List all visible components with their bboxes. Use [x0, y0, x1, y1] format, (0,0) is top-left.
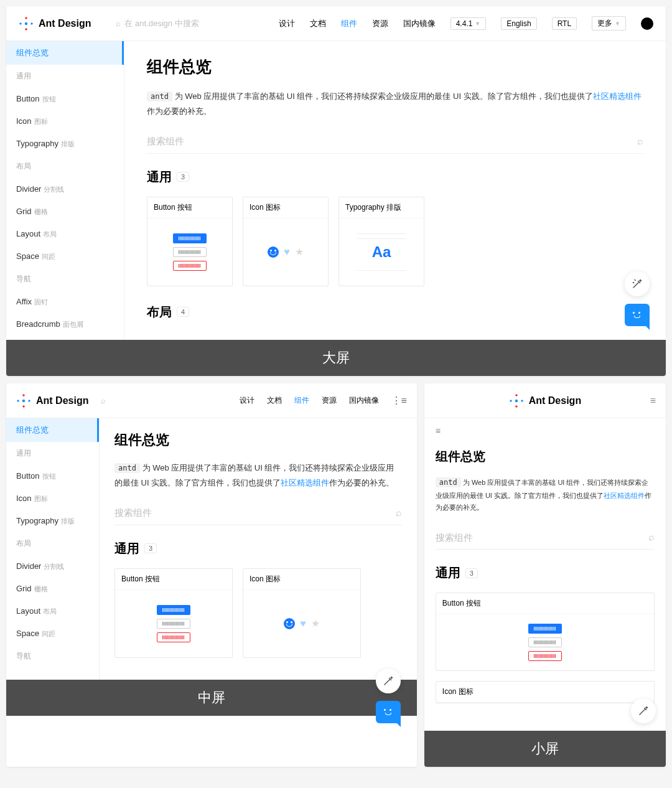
theme-button[interactable]: [376, 668, 401, 693]
card-button[interactable]: Button 按钮: [147, 197, 233, 286]
github-icon[interactable]: [641, 17, 653, 30]
svg-point-14: [515, 399, 518, 402]
star-icon: ★: [295, 246, 304, 258]
sidebar-typography[interactable]: Typography排版: [6, 510, 99, 532]
chevron-down-icon: ▼: [475, 21, 480, 27]
cards-general: Button 按钮 Icon 图标♥★: [114, 568, 402, 658]
community-link[interactable]: 社区精选组件: [604, 492, 645, 499]
logo[interactable]: Ant Design: [19, 16, 91, 31]
version-select[interactable]: 4.4.1▼: [450, 17, 487, 30]
header-search[interactable]: ⌕: [101, 396, 106, 405]
nav: 设计 文档 组件 资源 国内镜像 ⋮≡: [240, 395, 407, 406]
nav-design[interactable]: 设计: [279, 18, 295, 29]
body: ≡ 组件总览 antd 为 Web 应用提供了丰富的基础 UI 组件，我们还将持…: [424, 418, 666, 731]
chat-button[interactable]: [625, 304, 650, 326]
nav-components[interactable]: 组件: [294, 395, 309, 406]
sidebar-grid[interactable]: Grid栅格: [6, 578, 99, 600]
community-link[interactable]: 社区精选组件: [281, 478, 329, 487]
svg-point-4: [25, 22, 28, 25]
search-icon: ⌕: [396, 507, 402, 518]
sidebar-overview[interactable]: 组件总览: [6, 41, 124, 65]
theme-button[interactable]: [631, 698, 656, 723]
overflow-menu-icon[interactable]: ≡: [650, 395, 656, 406]
card-icon[interactable]: Icon 图标: [436, 681, 655, 703]
chat-button[interactable]: [376, 701, 401, 723]
sidebar-layout[interactable]: Layout布局: [6, 223, 124, 245]
sidebar-layout[interactable]: Layout布局: [6, 600, 99, 622]
rtl-button[interactable]: RTL: [552, 17, 577, 30]
more-select[interactable]: 更多▼: [592, 16, 626, 30]
sidebar-group-general: 通用: [6, 65, 124, 88]
nav-mirror[interactable]: 国内镜像: [349, 395, 379, 406]
brand-name: Ant Design: [36, 395, 88, 406]
component-search[interactable]: ⌕: [147, 129, 643, 154]
sidebar-space[interactable]: Space间距: [6, 245, 124, 268]
brand-name: Ant Design: [39, 18, 91, 29]
sidebar-icon[interactable]: Icon图标: [6, 110, 124, 133]
svg-rect-2: [19, 22, 22, 24]
sidebar-typography[interactable]: Typography排版: [6, 133, 124, 155]
card-icon[interactable]: Icon 图标♥★: [243, 197, 329, 286]
float-buttons: [376, 668, 401, 723]
sidebar-affix[interactable]: Affix固钉: [6, 291, 124, 313]
nav-resources[interactable]: 资源: [372, 18, 388, 29]
chevron-down-icon: ▼: [615, 21, 620, 27]
card-button[interactable]: Button 按钮: [114, 568, 233, 658]
heart-icon: ♥: [300, 618, 306, 629]
sidebar-overview[interactable]: 组件总览: [6, 418, 99, 442]
sidebar-space[interactable]: Space间距: [6, 622, 99, 645]
component-search[interactable]: ⌕: [114, 501, 402, 525]
svg-rect-1: [25, 27, 27, 30]
nav-docs[interactable]: 文档: [310, 18, 326, 29]
cards-general: Button 按钮 Icon 图标: [436, 593, 655, 703]
antd-code: antd: [147, 91, 172, 101]
frame-large: Ant Design ⌕ 在 ant.design 中搜索 设计 文档 组件 资…: [6, 6, 666, 376]
header: Ant Design ⌕ 在 ant.design 中搜索 设计 文档 组件 资…: [6, 6, 666, 41]
button-primary-demo: [157, 605, 190, 615]
card-typography[interactable]: Typography 排版Aa: [338, 197, 424, 286]
sidebar-grid[interactable]: Grid栅格: [6, 200, 124, 223]
count-badge: 3: [144, 543, 157, 553]
nav-components[interactable]: 组件: [341, 18, 357, 29]
component-search[interactable]: ⌕: [436, 525, 655, 550]
sidebar-button[interactable]: Button按钮: [6, 88, 124, 110]
page-desc: antd 为 Web 应用提供了丰富的基础 UI 组件，我们还将持续探索企业级应…: [114, 461, 402, 490]
page-desc: antd 为 Web 应用提供了丰富的基础 UI 组件，我们还将持续探索企业级应…: [147, 89, 643, 118]
svg-rect-0: [25, 16, 27, 19]
header-search[interactable]: ⌕ 在 ant.design 中搜索: [116, 18, 198, 29]
component-search-input[interactable]: [436, 532, 648, 543]
community-link[interactable]: 社区精选组件: [593, 91, 642, 101]
card-icon[interactable]: Icon 图标♥★: [243, 568, 361, 658]
lang-button[interactable]: English: [501, 17, 536, 30]
sidebar-toggle-icon[interactable]: ≡: [436, 426, 441, 436]
button-danger-demo: [528, 651, 562, 661]
sidebar-icon[interactable]: Icon图标: [6, 487, 99, 510]
star-icon: ★: [311, 617, 320, 629]
component-search-input[interactable]: [147, 136, 637, 146]
search-icon: ⌕: [116, 19, 121, 28]
typo-sample: Aa: [357, 233, 406, 271]
button-primary-demo: [173, 233, 207, 243]
sidebar-button[interactable]: Button按钮: [6, 465, 99, 487]
sidebar-divider[interactable]: Divider分割线: [6, 178, 124, 200]
nav-mirror[interactable]: 国内镜像: [403, 18, 436, 29]
theme-button[interactable]: [625, 271, 650, 296]
antd-code: antd: [114, 463, 140, 473]
button-danger-demo: [173, 261, 207, 271]
section-general: 通用3: [436, 565, 655, 581]
sidebar-divider[interactable]: Divider分割线: [6, 555, 99, 578]
card-button[interactable]: Button 按钮: [436, 593, 655, 671]
nav-docs[interactable]: 文档: [267, 395, 282, 406]
float-buttons: [625, 271, 650, 326]
component-search-input[interactable]: [114, 507, 396, 518]
nav-design[interactable]: 设计: [240, 395, 254, 406]
overflow-menu-icon[interactable]: ⋮≡: [391, 395, 407, 406]
main: 组件总览 antd 为 Web 应用提供了丰富的基础 UI 组件，我们还将持续探…: [424, 438, 666, 731]
label-large: 大屏: [6, 340, 666, 376]
more-label: 更多: [597, 18, 612, 29]
nav-resources[interactable]: 资源: [322, 395, 337, 406]
logo[interactable]: Ant Design: [509, 393, 581, 408]
sidebar-breadcrumb[interactable]: Breadcrumb面包屑: [6, 313, 124, 335]
sidebar: 组件总览 通用 Button按钮 Icon图标 Typography排版 布局 …: [6, 418, 100, 680]
logo[interactable]: Ant Design: [16, 393, 88, 408]
